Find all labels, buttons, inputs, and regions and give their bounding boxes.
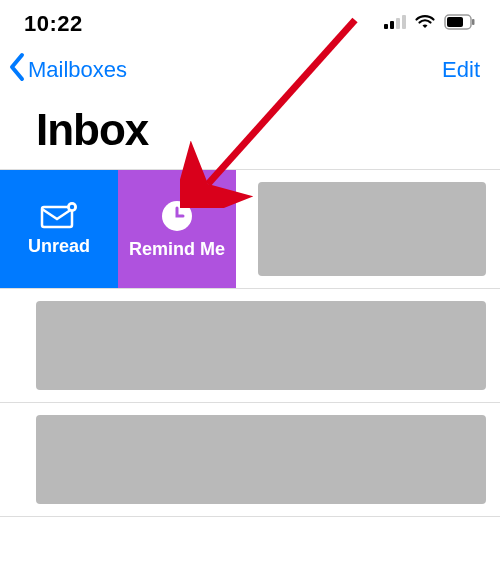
svg-rect-3 <box>402 15 406 29</box>
nav-bar: Mailboxes Edit <box>0 44 500 95</box>
svg-rect-6 <box>472 19 475 25</box>
wifi-icon <box>414 14 436 34</box>
svg-rect-0 <box>384 24 388 29</box>
message-list: Unread Remind Me <box>0 169 500 517</box>
message-content-placeholder <box>36 415 486 504</box>
page-title: Inbox <box>0 95 500 169</box>
envelope-badge-icon <box>39 202 79 230</box>
svg-point-9 <box>70 204 74 208</box>
status-bar: 10:22 <box>0 0 500 44</box>
message-row[interactable] <box>0 403 500 517</box>
status-indicators <box>384 14 476 34</box>
message-row-swiped[interactable]: Unread Remind Me <box>0 169 500 289</box>
back-button[interactable]: Mailboxes <box>8 52 127 87</box>
svg-rect-2 <box>396 18 400 29</box>
status-time: 10:22 <box>24 11 83 37</box>
edit-button[interactable]: Edit <box>442 57 480 83</box>
svg-rect-7 <box>42 207 72 227</box>
swipe-action-remind[interactable]: Remind Me <box>118 170 236 288</box>
chevron-left-icon <box>8 52 26 87</box>
swipe-remind-label: Remind Me <box>129 239 225 260</box>
back-label: Mailboxes <box>28 57 127 83</box>
swipe-unread-label: Unread <box>28 236 90 257</box>
message-content-placeholder <box>258 182 486 276</box>
svg-rect-5 <box>447 17 463 27</box>
svg-rect-1 <box>390 21 394 29</box>
cell-signal-icon <box>384 15 406 33</box>
message-row[interactable] <box>0 289 500 403</box>
swipe-action-unread[interactable]: Unread <box>0 170 118 288</box>
clock-icon <box>160 199 194 233</box>
message-content-placeholder <box>36 301 486 390</box>
battery-icon <box>444 14 476 34</box>
